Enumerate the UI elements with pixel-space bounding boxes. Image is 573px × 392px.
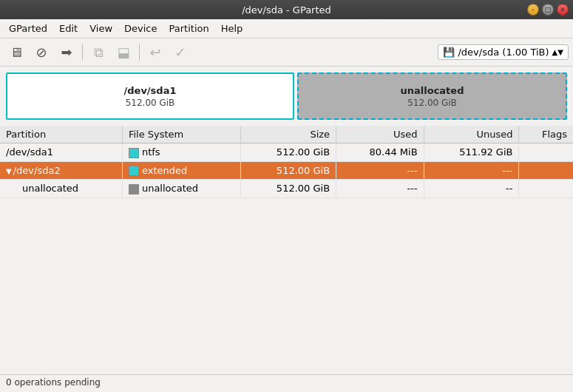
- menu-item-partition[interactable]: Partition: [163, 21, 215, 36]
- menu-item-gparted[interactable]: GParted: [3, 21, 53, 36]
- cell-fs-2: unallocated: [122, 180, 240, 198]
- cell-flags-2: [519, 180, 573, 198]
- window-controls: – □ ✕: [527, 4, 569, 16]
- col-unused: Unused: [424, 126, 519, 143]
- menu-item-edit[interactable]: Edit: [53, 21, 84, 36]
- table-row[interactable]: unallocatedunallocated512.00 GiB-----: [0, 180, 573, 198]
- col-partition: Partition: [0, 126, 122, 143]
- partition-table: Partition File System Size Used Unused F…: [0, 126, 573, 374]
- cell-fs-1: extended: [122, 161, 240, 180]
- maximize-button[interactable]: □: [542, 4, 554, 16]
- cell-fs-0: ntfs: [122, 143, 240, 162]
- cell-flags-0: [519, 143, 573, 162]
- cell-unused-0: 511.92 GiB: [424, 143, 519, 162]
- titlebar-title: /dev/sda - GParted: [242, 4, 331, 16]
- cell-size-0: 512.00 GiB: [241, 143, 336, 162]
- cell-used-1: ---: [336, 161, 424, 180]
- titlebar: /dev/sda - GParted – □ ✕: [0, 0, 573, 19]
- table-body: /dev/sda1ntfs512.00 GiB80.44 MiB511.92 G…: [0, 143, 573, 198]
- cell-partition-2: unallocated: [0, 180, 122, 198]
- minimize-button[interactable]: –: [527, 4, 539, 16]
- col-size: Size: [241, 126, 336, 143]
- toolbar: 🖥⊘➡⧉⬓↩✓ 💾 /dev/sda (1.00 TiB) ▲▼: [0, 38, 573, 67]
- toolbar-separator-2: [139, 44, 140, 61]
- cell-partition-0: /dev/sda1: [0, 143, 122, 162]
- close-button[interactable]: ✕: [557, 4, 569, 16]
- gparted-icon[interactable]: 🖥: [4, 41, 28, 64]
- copy-button: ⧉: [87, 41, 110, 64]
- partition-unallocated-size: 512.00 GiB: [407, 98, 457, 108]
- menu-item-view[interactable]: View: [84, 21, 118, 36]
- device-dropdown-icon: ▲▼: [552, 48, 563, 56]
- apply-button: ✓: [169, 41, 192, 64]
- partitions-table: Partition File System Size Used Unused F…: [0, 126, 573, 198]
- partition-sda1-label: /dev/sda1: [124, 85, 177, 96]
- paste-button: ⬓: [112, 41, 135, 64]
- partition-visual: /dev/sda1 512.00 GiB unallocated 512.00 …: [0, 67, 573, 126]
- partition-sda1-size: 512.00 GiB: [126, 98, 175, 108]
- apply-all-button[interactable]: ➡: [55, 41, 78, 64]
- partition-unallocated-box[interactable]: unallocated 512.00 GiB: [297, 72, 567, 120]
- partition-unallocated-label: unallocated: [401, 85, 464, 96]
- menu-item-help[interactable]: Help: [215, 21, 249, 36]
- col-used: Used: [336, 126, 424, 143]
- cell-partition-1: ▼ /dev/sda2: [0, 161, 122, 180]
- cell-unused-1: ---: [424, 161, 519, 180]
- cell-used-2: ---: [336, 180, 424, 198]
- device-selector-text: /dev/sda (1.00 TiB): [458, 47, 549, 58]
- toolbar-separator-1: [82, 44, 83, 61]
- table-row[interactable]: ▼ /dev/sda2extended512.00 GiB------: [0, 161, 573, 180]
- cell-used-0: 80.44 MiB: [336, 143, 424, 162]
- col-flags: Flags: [519, 126, 573, 143]
- table-header: Partition File System Size Used Unused F…: [0, 126, 573, 143]
- undo-all-button[interactable]: ⊘: [30, 41, 53, 64]
- col-filesystem: File System: [122, 126, 240, 143]
- cell-size-2: 512.00 GiB: [241, 180, 336, 198]
- cell-size-1: 512.00 GiB: [241, 161, 336, 180]
- cell-flags-1: [519, 161, 573, 180]
- status-text: 0 operations pending: [6, 377, 101, 388]
- menubar: GPartedEditViewDevicePartitionHelp: [0, 19, 573, 38]
- device-icon: 💾: [443, 47, 455, 58]
- statusbar: 0 operations pending: [0, 374, 573, 392]
- menu-item-device[interactable]: Device: [118, 21, 163, 36]
- table-row[interactable]: /dev/sda1ntfs512.00 GiB80.44 MiB511.92 G…: [0, 143, 573, 162]
- undo-button: ↩: [143, 41, 167, 64]
- device-selector[interactable]: 💾 /dev/sda (1.00 TiB) ▲▼: [438, 44, 569, 60]
- cell-unused-2: --: [424, 180, 519, 198]
- partition-sda1-box[interactable]: /dev/sda1 512.00 GiB: [6, 72, 294, 120]
